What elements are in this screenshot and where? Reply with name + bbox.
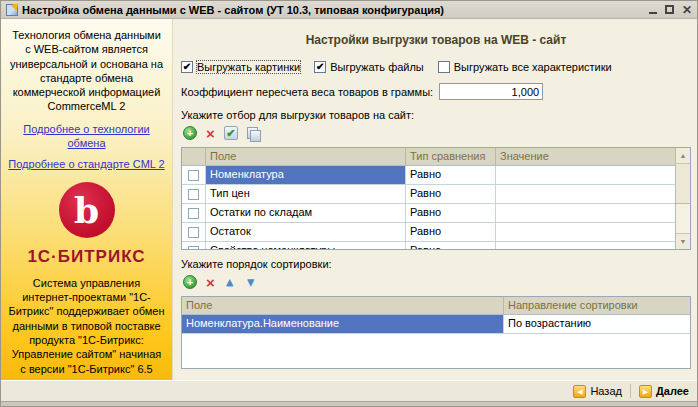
checkbox-checked-icon[interactable]: ✔ bbox=[314, 61, 326, 73]
page-title: Настройки выгрузки товаров на WEB - сайт bbox=[181, 33, 691, 47]
cell-value[interactable] bbox=[496, 166, 675, 185]
cell-comparison[interactable]: Равно bbox=[406, 185, 496, 204]
checkbox-export-files[interactable]: ✔ Выгружать файлы bbox=[314, 61, 424, 73]
cell-comparison[interactable]: Равно bbox=[406, 166, 496, 185]
dialog-body: Технология обмена данными с WEB-сайтом я… bbox=[1, 19, 697, 380]
row-checkbox[interactable] bbox=[182, 185, 206, 204]
header-field[interactable]: Поле bbox=[182, 297, 504, 315]
filter-row-nomenclature-property[interactable]: Свойство номенклатуры Равно bbox=[182, 242, 675, 250]
header-field[interactable]: Поле bbox=[206, 148, 406, 166]
window-title: Настройка обмена данными с WEB - сайтом … bbox=[22, 4, 444, 16]
checkbox-unchecked-icon[interactable] bbox=[188, 170, 199, 181]
cell-comparison[interactable]: Равно bbox=[406, 223, 496, 242]
add-icon[interactable]: + bbox=[183, 275, 197, 289]
filter-row-stock[interactable]: Остаток Равно bbox=[182, 223, 675, 242]
cell-value[interactable] bbox=[496, 185, 675, 204]
cell-comparison[interactable]: Равно bbox=[406, 204, 496, 223]
cell-value[interactable] bbox=[496, 242, 675, 250]
cell-field[interactable]: Тип цен bbox=[206, 185, 406, 204]
check-all-icon[interactable]: ✔ bbox=[224, 126, 238, 140]
sort-section-label: Укажите порядок сортировки: bbox=[181, 258, 691, 270]
scroll-down-icon[interactable]: ▼ bbox=[676, 233, 690, 249]
checkbox-unchecked-icon[interactable] bbox=[438, 61, 450, 73]
weight-coefficient-label: Коэффициент пересчета веса товаров в гра… bbox=[181, 86, 433, 98]
header-comparison[interactable]: Тип сравнения bbox=[406, 148, 496, 166]
sort-table: Поле Направление сортировки Номенклатура… bbox=[181, 296, 691, 369]
maximize-icon[interactable] bbox=[665, 5, 674, 14]
filter-table-header: Поле Тип сравнения Значение bbox=[182, 148, 675, 166]
checkbox-label[interactable]: Выгружать картинки bbox=[197, 61, 300, 73]
sort-toolbar: + × ▲ ▼ bbox=[183, 274, 691, 290]
header-value[interactable]: Значение bbox=[496, 148, 675, 166]
checkbox-checked-icon[interactable]: ✔ bbox=[181, 61, 193, 73]
checkbox-export-pictures[interactable]: ✔ Выгружать картинки bbox=[181, 61, 300, 73]
add-icon[interactable]: + bbox=[183, 126, 197, 140]
back-button-label: Назад bbox=[590, 385, 622, 397]
cell-field[interactable]: Номенклатура.Наименование bbox=[182, 315, 504, 334]
cell-value[interactable] bbox=[496, 204, 675, 223]
row-checkbox[interactable] bbox=[182, 223, 206, 242]
move-up-icon[interactable]: ▲ bbox=[224, 276, 236, 288]
cell-comparison[interactable]: Равно bbox=[406, 242, 496, 250]
back-button[interactable]: ◀ Назад bbox=[573, 385, 622, 398]
window-bottom-edge bbox=[1, 401, 697, 406]
link-technology[interactable]: Подробнее о технологии обмена bbox=[8, 122, 165, 151]
checkbox-label[interactable]: Выгружать файлы bbox=[330, 61, 424, 73]
copy-icon[interactable] bbox=[247, 127, 260, 140]
filter-toolbar: + × ✔ bbox=[183, 125, 691, 141]
filter-row-warehouse-stock[interactable]: Остатки по складам Равно bbox=[182, 204, 675, 223]
sidebar-intro-text: Технология обмена данными с WEB-сайтом я… bbox=[8, 28, 165, 114]
scrollbar-thumb[interactable] bbox=[676, 164, 690, 204]
link-cml-standard[interactable]: Подробнее о стандарте CML 2 bbox=[8, 157, 165, 171]
close-icon[interactable]: ✕ bbox=[682, 5, 692, 15]
bitrix-logo-title: 1С·БИТРИКС bbox=[8, 246, 165, 268]
filter-row-nomenclature[interactable]: Номенклатура Равно bbox=[182, 166, 675, 185]
footer-bar: ◀ Назад ▶ Далее bbox=[1, 380, 697, 401]
scroll-up-icon[interactable]: ▲ bbox=[676, 148, 690, 164]
scrollbar[interactable]: ▲ ▼ bbox=[675, 148, 690, 249]
header-sort-direction[interactable]: Направление сортировки bbox=[504, 297, 690, 315]
export-options-row: ✔ Выгружать картинки ✔ Выгружать файлы В… bbox=[181, 61, 691, 73]
checkbox-unchecked-icon[interactable] bbox=[188, 189, 199, 200]
cell-field[interactable]: Номенклатура bbox=[206, 166, 406, 185]
cell-value[interactable] bbox=[496, 223, 675, 242]
next-arrow-icon: ▶ bbox=[639, 385, 652, 398]
cell-sort-direction[interactable]: По возрастанию bbox=[504, 315, 690, 334]
row-checkbox[interactable] bbox=[182, 242, 206, 250]
header-checkbox-column bbox=[182, 148, 206, 166]
window-controls: ✕ bbox=[649, 5, 692, 15]
move-down-icon[interactable]: ▼ bbox=[245, 276, 257, 288]
bitrix-logo-icon: b bbox=[59, 182, 115, 238]
back-arrow-icon: ◀ bbox=[573, 385, 586, 398]
delete-icon[interactable]: × bbox=[206, 275, 215, 290]
next-button[interactable]: ▶ Далее bbox=[639, 385, 689, 398]
row-checkbox[interactable] bbox=[182, 204, 206, 223]
checkbox-unchecked-icon[interactable] bbox=[188, 246, 199, 251]
sidebar-description-text: Система управления интернет-проектами "1… bbox=[8, 276, 165, 376]
cell-field[interactable]: Остаток bbox=[206, 223, 406, 242]
checkbox-unchecked-icon[interactable] bbox=[188, 208, 199, 219]
app-icon bbox=[6, 4, 18, 16]
main-panel: Настройки выгрузки товаров на WEB - сайт… bbox=[173, 19, 697, 380]
dialog-window: Настройка обмена данными с WEB - сайтом … bbox=[0, 0, 698, 407]
checkbox-export-all-characteristics[interactable]: Выгружать все характеристики bbox=[438, 61, 612, 73]
filter-section-label: Укажите отбор для выгрузки товаров на са… bbox=[181, 109, 691, 121]
minimize-icon[interactable] bbox=[649, 6, 657, 14]
weight-coefficient-row: Коэффициент пересчета веса товаров в гра… bbox=[181, 83, 691, 100]
next-button-label: Далее bbox=[656, 385, 689, 397]
weight-coefficient-input[interactable] bbox=[439, 83, 543, 100]
sort-row-nomenclature-name[interactable]: Номенклатура.Наименование По возрастанию bbox=[182, 315, 690, 334]
filter-table: Поле Тип сравнения Значение Номенклатура… bbox=[181, 147, 691, 250]
sidebar: Технология обмена данными с WEB-сайтом я… bbox=[1, 19, 173, 380]
filter-row-price-type[interactable]: Тип цен Равно bbox=[182, 185, 675, 204]
cell-field[interactable]: Свойство номенклатуры bbox=[206, 242, 406, 250]
title-bar[interactable]: Настройка обмена данными с WEB - сайтом … bbox=[1, 1, 697, 19]
delete-icon[interactable]: × bbox=[206, 126, 215, 141]
checkbox-unchecked-icon[interactable] bbox=[188, 227, 199, 238]
cell-field[interactable]: Остатки по складам bbox=[206, 204, 406, 223]
bitrix-logo: b 1С·БИТРИКС bbox=[8, 182, 165, 268]
sort-table-header: Поле Направление сортировки bbox=[182, 297, 690, 315]
row-checkbox[interactable] bbox=[182, 166, 206, 185]
checkbox-label[interactable]: Выгружать все характеристики bbox=[454, 61, 612, 73]
button-separator bbox=[630, 384, 631, 398]
